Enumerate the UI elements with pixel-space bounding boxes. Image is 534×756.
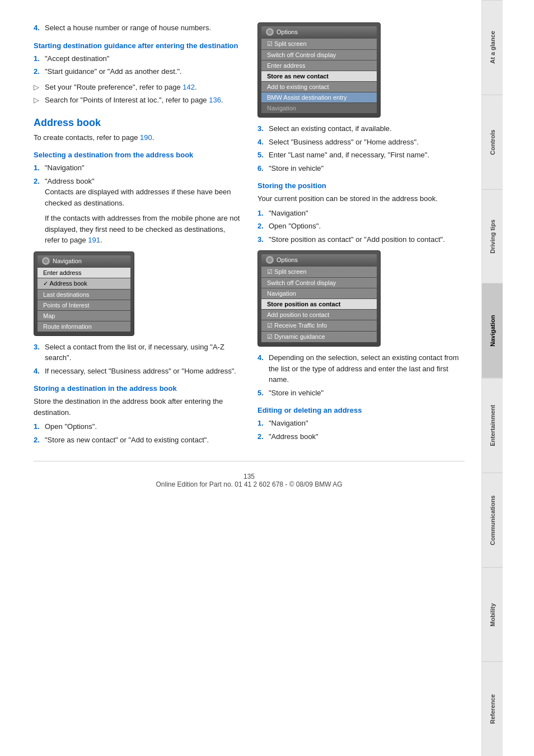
list-item: 1. "Navigation" bbox=[257, 208, 465, 219]
list-item: 1. "Accept destination" bbox=[34, 53, 241, 64]
item-text: Enter "Last name" and, if necessary, "Fi… bbox=[269, 150, 429, 161]
options-switch-off: Switch off Control display bbox=[261, 50, 377, 60]
item-text: Select an existing contact, if available… bbox=[269, 123, 392, 134]
item-text: "Store position as contact" or "Add posi… bbox=[269, 234, 445, 245]
storing-dest-list2: 3. Select an existing contact, if availa… bbox=[257, 123, 465, 174]
main-content: 4. Select a house number or range of hou… bbox=[0, 0, 481, 756]
nav-icon: ⊙ bbox=[42, 257, 50, 265]
page-link[interactable]: 190 bbox=[140, 133, 152, 142]
sidebar-tab-controls[interactable]: Controls bbox=[482, 95, 503, 189]
item-number: 1. bbox=[257, 418, 265, 429]
item-text: "Store as new contact" or "Add to existi… bbox=[45, 435, 209, 446]
options2-store-position: Store position as contact bbox=[261, 299, 377, 309]
page-container: 4. Select a house number or range of hou… bbox=[0, 0, 534, 756]
item-text: "Address book"Contacts are displayed wit… bbox=[45, 176, 241, 209]
right-column: ⊙ Options ☑ Split screen Switch off Cont… bbox=[257, 22, 465, 450]
sidebar-tab-reference[interactable]: Reference bbox=[482, 661, 503, 756]
item-number: 2. bbox=[34, 176, 41, 209]
page-link[interactable]: 191 bbox=[88, 236, 100, 244]
left-column: 4. Select a house number or range of hou… bbox=[34, 22, 241, 450]
section-heading-starting: Starting destination guidance after ente… bbox=[34, 41, 241, 50]
menu-map: Map bbox=[38, 311, 130, 321]
options2-add-position: Add position to contact bbox=[261, 310, 377, 320]
list-item: 3. Select a contact from the list or, if… bbox=[34, 342, 241, 363]
list-item: 2. "Store as new contact" or "Add to exi… bbox=[34, 435, 241, 446]
item-number: 1. bbox=[34, 421, 41, 432]
list-item: 4. Depending on the selection, select an… bbox=[257, 352, 465, 385]
sidebar-tab-communications[interactable]: Communications bbox=[482, 473, 503, 567]
item-text: "Start guidance" or "Add as another dest… bbox=[45, 66, 182, 77]
item-number: 3. bbox=[257, 234, 265, 245]
menu-address-book: ✓ Address book bbox=[38, 278, 130, 289]
list-item: 4. If necessary, select "Business addres… bbox=[34, 366, 241, 377]
menu-points-of-interest: Points of Interest bbox=[38, 300, 130, 310]
nav-screenshot: ⊙ Navigation Enter address ✓ Address boo… bbox=[34, 251, 134, 336]
list-item: 4. Select a house number or range of hou… bbox=[34, 22, 241, 34]
options-store-new-contact: Store as new contact bbox=[261, 71, 377, 81]
menu-last-destinations: Last destinations bbox=[38, 290, 130, 300]
sidebar-tab-navigation[interactable]: Navigation bbox=[482, 283, 503, 378]
item-text: Open "Options". bbox=[45, 421, 97, 432]
page-link[interactable]: 136 bbox=[209, 96, 221, 104]
item-number: 2. bbox=[34, 435, 41, 446]
list-item: 5. "Store in vehicle" bbox=[257, 388, 465, 399]
menu-enter-address: Enter address bbox=[38, 268, 130, 278]
list-item: 1. "Navigation" bbox=[34, 162, 241, 174]
editing-heading: Editing or deleting an address bbox=[257, 406, 465, 414]
item-number: 1. bbox=[34, 53, 41, 64]
item-number: 2. bbox=[257, 431, 265, 442]
item-number: 4. bbox=[257, 137, 265, 148]
right-sidebar: At a glance Controls Driving tips Naviga… bbox=[481, 0, 503, 756]
item-text: "Address book" bbox=[269, 431, 318, 442]
selecting-note: If the contacts with addresses from the … bbox=[34, 213, 241, 246]
sidebar-tab-mobility[interactable]: Mobility bbox=[482, 567, 503, 662]
list-item: 3. "Store position as contact" or "Add p… bbox=[257, 234, 465, 245]
item-number: 4. bbox=[34, 366, 41, 377]
item-text: "Navigation" bbox=[269, 418, 308, 429]
item-number: 1. bbox=[257, 208, 265, 219]
options2-navigation: Navigation bbox=[261, 288, 377, 298]
list-item: 3. Select an existing contact, if availa… bbox=[257, 123, 465, 134]
storing-position-list1: 1. "Navigation" 2. Open "Options". 3. "S… bbox=[257, 208, 465, 245]
selecting-list2: 3. Select a contact from the list or, if… bbox=[34, 342, 241, 377]
storing-position-list2: 4. Depending on the selection, select an… bbox=[257, 352, 465, 398]
options-title-2: Options bbox=[277, 256, 298, 263]
footer-text: Online Edition for Part no. 01 41 2 602 … bbox=[156, 480, 342, 488]
bullet-text: Search for "Points of Interest at loc.",… bbox=[45, 95, 223, 106]
item-text: "Accept destination" bbox=[45, 53, 109, 64]
storing-dest-heading: Storing a destination in the address boo… bbox=[34, 384, 241, 393]
list-item: 2. Open "Options". bbox=[257, 221, 465, 232]
list-item: 2. "Address book"Contacts are displayed … bbox=[34, 176, 241, 209]
editing-list: 1. "Navigation" 2. "Address book" bbox=[257, 418, 465, 442]
item-text: Open "Options". bbox=[269, 221, 321, 232]
options-add-existing: Add to existing contact bbox=[261, 82, 377, 92]
options-title-1: Options bbox=[277, 29, 298, 35]
arrow-icon: ▷ bbox=[34, 95, 41, 106]
bullet-item: ▷ Search for "Points of Interest at loc.… bbox=[34, 95, 241, 106]
bullet-text: Set your "Route preference", refer to pa… bbox=[45, 82, 197, 93]
item-text: "Store in vehicle" bbox=[269, 163, 324, 174]
item-number: 1. bbox=[34, 162, 41, 174]
options-icon-2: ⊙ bbox=[266, 256, 274, 264]
options-split-screen: ☑ Split screen bbox=[261, 39, 377, 49]
arrow-icon: ▷ bbox=[34, 82, 41, 93]
item-text: "Store in vehicle" bbox=[269, 388, 324, 399]
selecting-list: 1. "Navigation" 2. "Address book"Contact… bbox=[34, 162, 241, 208]
options-screenshot-1: ⊙ Options ☑ Split screen Switch off Cont… bbox=[257, 22, 381, 118]
list-item: 1. Open "Options". bbox=[34, 421, 241, 432]
options-enter-address: Enter address bbox=[261, 60, 377, 71]
intro-list: 4. Select a house number or range of hou… bbox=[34, 22, 241, 34]
options-title-bar-2: ⊙ Options bbox=[261, 254, 377, 265]
bullet-item: ▷ Set your "Route preference", refer to … bbox=[34, 82, 241, 93]
sidebar-tab-entertainment[interactable]: Entertainment bbox=[482, 378, 503, 473]
sidebar-tab-driving-tips[interactable]: Driving tips bbox=[482, 189, 503, 284]
page-link[interactable]: 142 bbox=[182, 83, 195, 91]
sidebar-tab-at-a-glance[interactable]: At a glance bbox=[482, 0, 503, 95]
list-item: 2. "Address book" bbox=[257, 431, 465, 442]
options-screenshot-2: ⊙ Options ☑ Split screen Switch off Cont… bbox=[257, 250, 381, 347]
list-item: 4. Select "Business address" or "Home ad… bbox=[257, 137, 465, 148]
options2-split-screen: ☑ Split screen bbox=[261, 267, 377, 277]
item-number: 6. bbox=[257, 163, 265, 174]
storing-position-heading: Storing the position bbox=[257, 181, 465, 190]
two-column-layout: 4. Select a house number or range of hou… bbox=[34, 22, 465, 450]
